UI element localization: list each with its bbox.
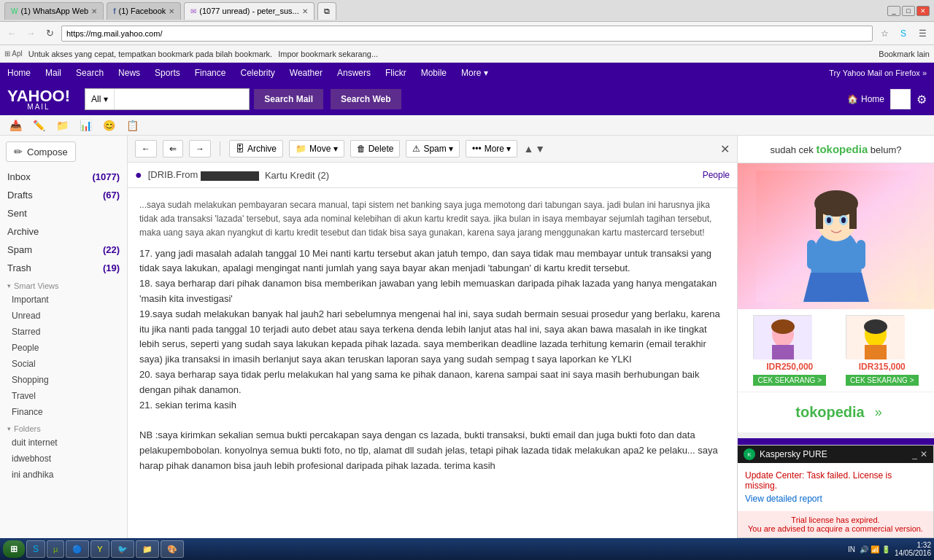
folder-ini-andhika[interactable]: ini andhika bbox=[0, 467, 127, 483]
taskbar-bird[interactable]: 🐦 bbox=[111, 540, 134, 558]
search-mail-button[interactable]: Search Mail bbox=[254, 89, 323, 109]
utorrent-taskbar-icon: μ bbox=[53, 545, 58, 553]
skype-icon[interactable]: S bbox=[896, 26, 911, 41]
compose-button[interactable]: ✏ Compose bbox=[6, 141, 76, 162]
folder-idwebhost[interactable]: idwebhost bbox=[0, 451, 127, 467]
taskbar-utorrent[interactable]: μ bbox=[47, 540, 64, 558]
sidebar-item-spam[interactable]: Spam (22) bbox=[0, 241, 127, 259]
sort-up-arrow[interactable]: ▲ bbox=[523, 143, 533, 155]
ad-product-1-cta[interactable]: CEK SEKARANG > bbox=[753, 375, 826, 386]
kaspersky-close-btn[interactable]: ✕ bbox=[920, 449, 927, 459]
taskbar-skype[interactable]: S bbox=[26, 540, 45, 558]
sidebar-item-unread[interactable]: Unread bbox=[0, 308, 127, 324]
tab-close-facebook[interactable]: ✕ bbox=[169, 7, 174, 15]
close-btn[interactable]: ✕ bbox=[916, 6, 930, 16]
volume-icon: 📶 bbox=[871, 545, 879, 553]
inbox-icon-btn[interactable]: 📥 bbox=[7, 117, 23, 133]
nav-finance[interactable]: Finance bbox=[195, 68, 226, 78]
user-avatar[interactable] bbox=[890, 89, 911, 109]
tab-close-yahoo[interactable]: ✕ bbox=[302, 7, 308, 15]
chart-icon-btn[interactable]: 📊 bbox=[77, 117, 93, 133]
folder-duit-internet[interactable]: duit internet bbox=[0, 435, 127, 451]
ad-product-2-cta[interactable]: CEK SEKARANG > bbox=[846, 375, 919, 386]
sidebar-item-inbox[interactable]: Inbox (1077) bbox=[0, 168, 127, 186]
forward-nav-btn[interactable]: → bbox=[23, 26, 38, 41]
url-input[interactable] bbox=[165, 29, 868, 38]
star-bookmark-btn[interactable]: ☆ bbox=[877, 26, 892, 41]
search-web-button[interactable]: Search Web bbox=[331, 89, 401, 109]
search-input[interactable] bbox=[115, 89, 249, 109]
minimize-btn[interactable]: _ bbox=[887, 6, 900, 16]
sidebar-item-starred[interactable]: Starred bbox=[0, 324, 127, 340]
taskbar-paint[interactable]: 🎨 bbox=[161, 540, 184, 558]
firefox-promo[interactable]: Try Yahoo Mail on Firefox » bbox=[829, 69, 927, 77]
kaspersky-minimize-btn[interactable]: _ bbox=[912, 449, 917, 459]
sidebar-item-important[interactable]: Important bbox=[0, 292, 127, 308]
search-type-dropdown[interactable]: All ▾ bbox=[85, 89, 115, 109]
nav-more[interactable]: More ▾ bbox=[461, 68, 488, 78]
move-button[interactable]: 📁 Move ▾ bbox=[289, 140, 344, 158]
sidebar-item-finance[interactable]: Finance bbox=[0, 404, 127, 420]
close-email-button[interactable]: ✕ bbox=[720, 142, 730, 156]
nav-sports[interactable]: Sports bbox=[155, 68, 180, 78]
maximize-btn[interactable]: □ bbox=[902, 6, 915, 16]
sidebar-item-trash[interactable]: Trash (19) bbox=[0, 259, 127, 277]
ad-product-1-price: IDR250,000 bbox=[753, 362, 826, 372]
people-button[interactable]: People bbox=[703, 170, 730, 180]
sidebar-item-travel[interactable]: Travel bbox=[0, 388, 127, 404]
settings-browser-btn[interactable]: ☰ bbox=[915, 26, 930, 41]
sidebar-item-sent[interactable]: Sent bbox=[0, 204, 127, 222]
nav-celebrity[interactable]: Celebrity bbox=[240, 68, 274, 78]
back-button[interactable]: ← bbox=[135, 140, 157, 158]
settings-gear-icon[interactable]: ⚙ bbox=[916, 93, 927, 106]
nav-flickr[interactable]: Flickr bbox=[385, 68, 406, 78]
smart-views-section[interactable]: ▾ Smart Views bbox=[0, 277, 127, 292]
home-link[interactable]: 🏠 Home bbox=[847, 94, 884, 104]
back-all-button[interactable]: ⇐ bbox=[163, 140, 183, 158]
nav-answers[interactable]: Answers bbox=[337, 68, 371, 78]
nav-home[interactable]: Home bbox=[7, 68, 31, 78]
sidebar-item-drafts[interactable]: Drafts (67) bbox=[0, 186, 127, 204]
next-button[interactable]: → bbox=[189, 140, 211, 158]
nav-news[interactable]: News bbox=[118, 68, 140, 78]
bookmark-bar: ⊞ Apl Untuk akses yang cepat, tempatkan … bbox=[0, 45, 934, 63]
sidebar-item-shopping[interactable]: Shopping bbox=[0, 372, 127, 388]
reload-btn[interactable]: ↻ bbox=[42, 26, 57, 41]
compose-icon-btn[interactable]: ✏️ bbox=[31, 117, 47, 133]
kaspersky-detail-link[interactable]: View detailed report bbox=[745, 494, 822, 504]
tab-yahoo-mail[interactable]: ✉ (1077 unread) - peter_sus... ✕ bbox=[184, 2, 314, 20]
tab-more[interactable]: ⧉ bbox=[317, 2, 336, 20]
sidebar-item-people[interactable]: People bbox=[0, 340, 127, 356]
taskbar-yahoo[interactable]: Y bbox=[90, 540, 109, 558]
bookmark-folder[interactable]: Bookmark lain bbox=[879, 50, 930, 58]
sort-down-arrow[interactable]: ▼ bbox=[535, 143, 545, 155]
nav-mail[interactable]: Mail bbox=[45, 68, 61, 78]
tab-close-whatsapp[interactable]: ✕ bbox=[91, 7, 97, 15]
email-body: ...saya sudah melakukan pembayaran secar… bbox=[128, 188, 737, 538]
apps-icon[interactable]: ⊞ Apl bbox=[4, 50, 23, 58]
folders-section[interactable]: ▾ Folders bbox=[0, 420, 127, 435]
folder-icon-btn[interactable]: 📁 bbox=[54, 117, 70, 133]
delete-button[interactable]: 🗑 Delete bbox=[350, 140, 401, 158]
tab-facebook[interactable]: f (1) Facebook ✕ bbox=[107, 2, 181, 20]
back-nav-btn[interactable]: ← bbox=[4, 26, 19, 41]
url-bar[interactable]: https://mg.mail.yahoo.com/ bbox=[61, 26, 873, 42]
tokopedia-footer[interactable]: tokopedia » bbox=[738, 392, 934, 432]
sidebar-item-social[interactable]: Social bbox=[0, 356, 127, 372]
svg-rect-20 bbox=[865, 345, 887, 359]
archive-button[interactable]: 🗄 Archive bbox=[229, 140, 283, 158]
taskbar-chrome[interactable]: 🔵 bbox=[66, 540, 89, 558]
nav-weather[interactable]: Weather bbox=[290, 68, 323, 78]
import-bookmark-link[interactable]: Impor bookmark sekarang... bbox=[278, 50, 378, 58]
svg-rect-16 bbox=[772, 345, 794, 359]
tab-whatsapp[interactable]: W (1) WhatsApp Web ✕ bbox=[4, 2, 104, 20]
spam-button[interactable]: ⚠ Spam ▾ bbox=[406, 140, 460, 158]
emoji-icon-btn[interactable]: 😊 bbox=[101, 117, 117, 133]
start-button[interactable]: ⊞ bbox=[3, 540, 25, 558]
taskbar-folder[interactable]: 📁 bbox=[136, 540, 159, 558]
clipboard-icon-btn[interactable]: 📋 bbox=[124, 117, 140, 133]
nav-search[interactable]: Search bbox=[76, 68, 104, 78]
sidebar-item-archive[interactable]: Archive bbox=[0, 222, 127, 241]
more-button[interactable]: ••• More ▾ bbox=[466, 140, 517, 158]
nav-mobile[interactable]: Mobile bbox=[421, 68, 447, 78]
